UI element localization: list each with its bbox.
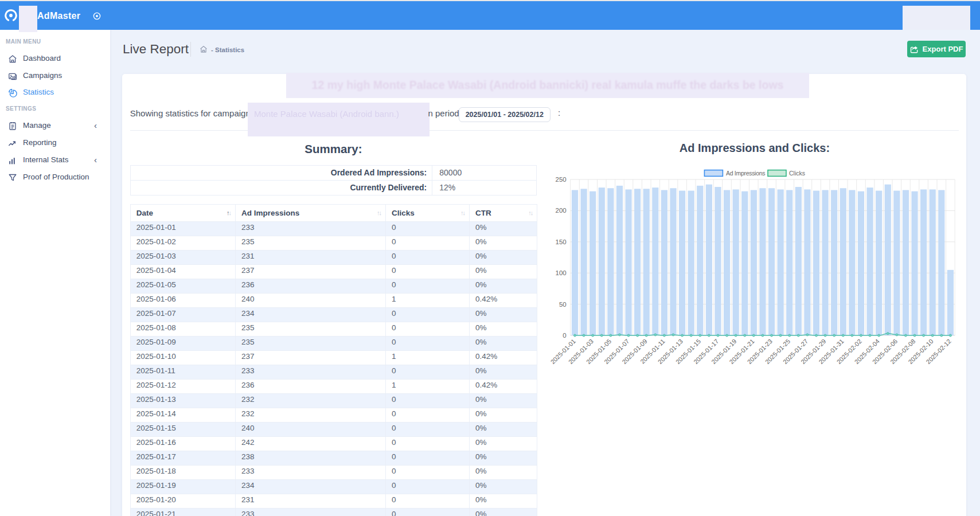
svg-text:100: 100 bbox=[556, 269, 567, 276]
svg-text:50: 50 bbox=[559, 301, 567, 308]
svg-text:150: 150 bbox=[556, 239, 567, 245]
svg-text:Ad Impressions: Ad Impressions bbox=[726, 170, 765, 177]
svg-text:Clicks: Clicks bbox=[789, 170, 805, 177]
svg-text:200: 200 bbox=[556, 207, 567, 214]
svg-text:250: 250 bbox=[556, 176, 567, 183]
svg-text:0: 0 bbox=[563, 332, 566, 339]
